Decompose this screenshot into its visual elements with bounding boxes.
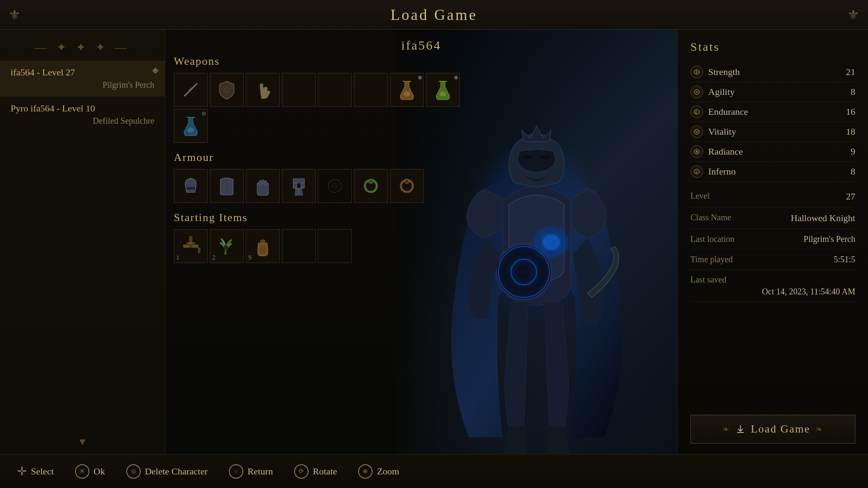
svg-rect-23 [262, 180, 264, 184]
hand-icon [252, 79, 273, 100]
starting-item-count-2: 2 [212, 255, 215, 261]
action-ok: ✕ Ok [75, 464, 105, 479]
consumable-slot-3[interactable]: ⊙ [174, 109, 208, 143]
last-saved-row: Last saved Oct 14, 2023, 11:54:40 AM [690, 270, 855, 302]
rotate-icon: ⟳ [294, 464, 309, 479]
zoom-icon: ⊕ [358, 464, 373, 479]
inferno-label: Inferno [708, 166, 736, 177]
starting-item-count-1: 1 [176, 255, 179, 261]
time-played-row: Time played 5:51:5 [690, 250, 855, 270]
save-item-ornament-1: ◆ [152, 65, 159, 75]
delete-label: Delete Character [145, 466, 208, 477]
last-location-label: Last location [690, 234, 734, 244]
main-container: — ✦ ✦ ✦ — ◆ ifa564 - Level 27 Pilgrim's … [0, 30, 868, 454]
last-saved-label: Last saved [690, 275, 726, 285]
starting-item-count-3: 9 [248, 255, 251, 261]
weapon-slot-2[interactable] [210, 73, 244, 107]
svg-rect-25 [293, 179, 304, 183]
svg-rect-22 [259, 180, 261, 185]
weapon-slot-6[interactable] [354, 73, 388, 107]
action-return: ○ Return [229, 464, 273, 479]
ok-label: Ok [94, 466, 105, 477]
armour-slot-gloves[interactable] [246, 169, 280, 203]
ring1-icon [360, 175, 381, 197]
save-item-2[interactable]: Pyro ifa564 - Level 10 Defiled Sepulchre [0, 97, 165, 133]
last-location-row: Last location Pilgrim's Perch [690, 229, 855, 250]
starting-items-section: Starting Items 1 2 [174, 211, 462, 263]
starting-item-5[interactable] [318, 229, 352, 263]
agility-value: 8 [851, 86, 855, 97]
stat-row-endurance: Endurance 16 [690, 102, 855, 122]
starting-items-title: Starting Items [174, 211, 462, 224]
time-played-value: 5:51:5 [834, 255, 855, 264]
consumable-badge-3: ⊙ [202, 111, 206, 117]
talisman-icon [324, 175, 345, 197]
starting-item-3[interactable]: 9 [246, 229, 280, 263]
return-label: Return [248, 466, 273, 477]
load-game-button[interactable]: Load Game [690, 415, 855, 444]
svg-point-29 [369, 179, 373, 183]
level-label: Level [690, 191, 710, 201]
endurance-icon [690, 105, 703, 118]
svg-point-19 [187, 128, 194, 133]
armour-slot-helm[interactable] [174, 169, 208, 203]
svg-point-17 [440, 92, 446, 97]
return-icon: ○ [229, 464, 243, 479]
weapon-slot-1[interactable] [174, 73, 208, 107]
gloves-icon [252, 175, 273, 197]
armour-slot-chest[interactable] [210, 169, 244, 203]
weapon-slot-3[interactable] [246, 73, 280, 107]
load-game-label: Load Game [751, 423, 810, 435]
save-item-name-2: Pyro ifa564 - Level 10 [11, 103, 154, 114]
stats-title: Stats [690, 40, 855, 54]
accessory-slot-1[interactable] [318, 169, 352, 203]
vitality-label: Vitality [708, 126, 736, 137]
weapons-section: Weapons [174, 55, 462, 143]
level-row: Level 27 [690, 186, 855, 208]
delete-icon: ◎ [126, 464, 141, 479]
starting-item-1[interactable]: 1 [174, 229, 208, 263]
stat-row-vitality: Vitality 18 [690, 122, 855, 142]
sidebar: — ✦ ✦ ✦ — ◆ ifa564 - Level 27 Pilgrim's … [0, 30, 165, 454]
class-name-label: Class Name [690, 213, 731, 222]
strength-label: Strength [708, 67, 740, 78]
weapon-slot-4[interactable] [282, 73, 316, 107]
armour-slot-legs[interactable] [282, 169, 316, 203]
svg-point-15 [403, 92, 410, 97]
save-item-location-2: Defiled Sepulchre [11, 116, 154, 126]
inventory-panel: Weapons [174, 55, 462, 272]
consumable-slot-2[interactable]: ⊕ [426, 73, 460, 107]
weapon-slot-5[interactable] [318, 73, 352, 107]
select-dpad-icon: ✛ [17, 464, 27, 478]
starting-item-4[interactable] [282, 229, 316, 263]
save-item-name-1: ifa564 - Level 27 [11, 67, 154, 78]
save-item-location-1: Pilgrim's Perch [11, 80, 154, 90]
svg-marker-39 [694, 129, 699, 134]
last-saved-value: Oct 14, 2023, 11:54:40 AM [762, 287, 855, 297]
armour-section: Armour [174, 151, 462, 203]
consumable-slot-1[interactable]: ⊗ [390, 73, 424, 107]
top-bar: ⚜ Load Game ⚜ [0, 0, 868, 30]
weapons-grid: ⊗ ⊕ [174, 73, 462, 143]
svg-point-33 [259, 247, 266, 253]
herb-icon [216, 236, 237, 257]
flask1-icon [398, 79, 415, 100]
starting-item-2[interactable]: 2 [210, 229, 244, 263]
vitality-icon [690, 125, 703, 138]
weapons-title: Weapons [174, 55, 462, 68]
consumable-badge-2: ⊕ [454, 75, 458, 81]
svg-point-31 [405, 179, 409, 183]
accessory-slot-2[interactable] [354, 169, 388, 203]
strength-value: 21 [846, 67, 855, 78]
radiance-label: Radiance [708, 146, 743, 157]
radiance-icon [690, 145, 703, 158]
sidebar-bottom-ornament: ▼ [78, 436, 88, 448]
save-item-1[interactable]: ◆ ifa564 - Level 27 Pilgrim's Perch [0, 61, 165, 97]
starting-items-grid: 1 2 [174, 229, 462, 263]
accessory-slot-3[interactable] [390, 169, 424, 203]
ring2-icon [396, 175, 417, 197]
radiance-value: 9 [851, 146, 855, 157]
time-played-label: Time played [690, 255, 733, 264]
helm-icon [180, 175, 201, 197]
center-panel: ifa564 [165, 30, 677, 454]
